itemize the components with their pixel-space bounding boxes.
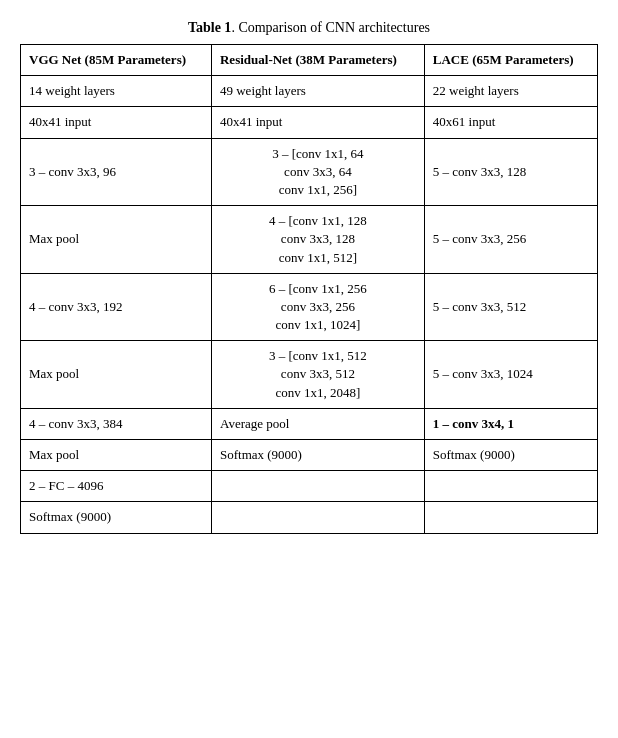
cell-resnet-row-2: 3 – [conv 1x1, 64conv 3x3, 64conv 1x1, 2…	[211, 138, 424, 206]
col-header-lace: LACE (65M Parameters)	[424, 45, 597, 76]
cell-resnet-row-4: 6 – [conv 1x1, 256conv 3x3, 256conv 1x1,…	[211, 273, 424, 341]
cell-vgg-row-9: Softmax (9000)	[21, 502, 212, 533]
table-title: Table 1. Comparison of CNN architectures	[20, 20, 598, 36]
table-row: 14 weight layers49 weight layers22 weigh…	[21, 76, 598, 107]
table-row: Max pool3 – [conv 1x1, 512conv 3x3, 512c…	[21, 341, 598, 409]
comparison-table: VGG Net (85M Parameters) Residual-Net (3…	[20, 44, 598, 534]
cell-lace-row-5: 5 – conv 3x3, 1024	[424, 341, 597, 409]
cell-lace-row-7: Softmax (9000)	[424, 440, 597, 471]
col-header-vgg: VGG Net (85M Parameters)	[21, 45, 212, 76]
col-header-resnet: Residual-Net (38M Parameters)	[211, 45, 424, 76]
cell-lace-row-2: 5 – conv 3x3, 128	[424, 138, 597, 206]
cell-resnet-row-1: 40x41 input	[211, 107, 424, 138]
cell-resnet-row-5: 3 – [conv 1x1, 512conv 3x3, 512conv 1x1,…	[211, 341, 424, 409]
cell-resnet-row-6: Average pool	[211, 408, 424, 439]
table-row: 2 – FC – 4096	[21, 471, 598, 502]
cell-vgg-row-0: 14 weight layers	[21, 76, 212, 107]
cell-vgg-row-6: 4 – conv 3x3, 384	[21, 408, 212, 439]
table-row: 40x41 input40x41 input40x61 input	[21, 107, 598, 138]
table-row: 3 – conv 3x3, 963 – [conv 1x1, 64conv 3x…	[21, 138, 598, 206]
table-title-rest: . Comparison of CNN architectures	[231, 20, 430, 35]
cell-resnet-row-3: 4 – [conv 1x1, 128conv 3x3, 128conv 1x1,…	[211, 206, 424, 274]
cell-vgg-row-5: Max pool	[21, 341, 212, 409]
cell-lace-row-0: 22 weight layers	[424, 76, 597, 107]
cell-lace-row-8	[424, 471, 597, 502]
cell-vgg-row-1: 40x41 input	[21, 107, 212, 138]
header-row: VGG Net (85M Parameters) Residual-Net (3…	[21, 45, 598, 76]
cell-vgg-row-8: 2 – FC – 4096	[21, 471, 212, 502]
cell-lace-row-9	[424, 502, 597, 533]
cell-lace-row-1: 40x61 input	[424, 107, 597, 138]
cell-lace-row-6: 1 – conv 3x4, 1	[424, 408, 597, 439]
table-row: Max pool4 – [conv 1x1, 128conv 3x3, 128c…	[21, 206, 598, 274]
cell-resnet-row-8	[211, 471, 424, 502]
table-row: Softmax (9000)	[21, 502, 598, 533]
table-title-bold: Table 1	[188, 20, 231, 35]
cell-vgg-row-7: Max pool	[21, 440, 212, 471]
cell-resnet-row-9	[211, 502, 424, 533]
cell-vgg-row-2: 3 – conv 3x3, 96	[21, 138, 212, 206]
cell-vgg-row-4: 4 – conv 3x3, 192	[21, 273, 212, 341]
cell-resnet-row-7: Softmax (9000)	[211, 440, 424, 471]
table-row: Max poolSoftmax (9000)Softmax (9000)	[21, 440, 598, 471]
table-row: 4 – conv 3x3, 384Average pool1 – conv 3x…	[21, 408, 598, 439]
cell-vgg-row-3: Max pool	[21, 206, 212, 274]
cell-resnet-row-0: 49 weight layers	[211, 76, 424, 107]
cell-lace-row-3: 5 – conv 3x3, 256	[424, 206, 597, 274]
cell-lace-row-4: 5 – conv 3x3, 512	[424, 273, 597, 341]
table-row: 4 – conv 3x3, 1926 – [conv 1x1, 256conv …	[21, 273, 598, 341]
page-container: Table 1. Comparison of CNN architectures…	[20, 20, 598, 534]
